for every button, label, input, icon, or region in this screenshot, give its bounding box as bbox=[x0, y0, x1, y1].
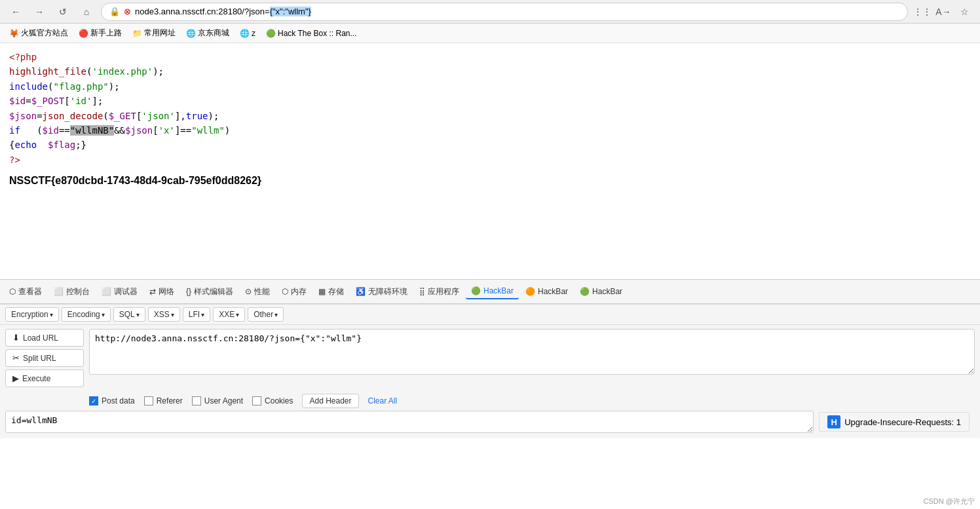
referer-checkbox[interactable] bbox=[144, 396, 153, 405]
performance-icon: ⊙ bbox=[245, 287, 252, 296]
execute-label: Execute bbox=[22, 374, 50, 383]
bookmark-htb[interactable]: 🟢 Hack The Box :: Ran... bbox=[262, 28, 361, 39]
post-data-option[interactable]: Post data bbox=[89, 396, 135, 405]
devtools-tab-accessibility[interactable]: ♿ 无障碍环境 bbox=[350, 284, 413, 300]
devtools-tab-hackbar-green2[interactable]: 🟢 HackBar bbox=[575, 284, 628, 299]
cookies-option[interactable]: Cookies bbox=[252, 396, 293, 405]
encryption-menu[interactable]: Encryption ▾ bbox=[5, 307, 59, 322]
back-button[interactable]: ← bbox=[7, 3, 25, 21]
cookies-checkbox[interactable] bbox=[252, 396, 261, 405]
other-chevron: ▾ bbox=[274, 311, 278, 318]
devtools-tab-hackbar-green[interactable]: 🟢 HackBar bbox=[466, 284, 519, 299]
devtools-tab-inspector[interactable]: ⬡ 查看器 bbox=[4, 284, 47, 300]
xss-chevron: ▾ bbox=[171, 311, 174, 318]
code-line-6: if ($id=="wllmNB"&&$json['x']=="wllm") bbox=[9, 123, 971, 138]
post-data-input[interactable]: id=wllmNB bbox=[5, 411, 814, 433]
load-url-button[interactable]: ⬇ Load URL bbox=[5, 329, 84, 347]
bookmarks-icon[interactable]: ⋮⋮ bbox=[913, 3, 932, 21]
xxe-label: XXE bbox=[219, 310, 235, 319]
encoding-menu[interactable]: Encoding ▾ bbox=[62, 307, 111, 322]
tab-label: 控制台 bbox=[66, 286, 90, 297]
lfi-label: LFI bbox=[189, 310, 200, 319]
tab-label: 样式编辑器 bbox=[194, 286, 233, 297]
refresh-button[interactable]: ↺ bbox=[54, 3, 72, 21]
add-header-button[interactable]: Add Header bbox=[302, 394, 358, 408]
flag-output: NSSCTF{e870dcbd-1743-48d4-9cab-795ef0dd8… bbox=[9, 172, 971, 189]
encoding-label: Encoding bbox=[67, 310, 100, 319]
folder-icon: 📁 bbox=[132, 29, 142, 38]
bookmark-label: Hack The Box :: Ran... bbox=[278, 29, 357, 38]
header-badge: H Upgrade-Insecure-Requests: 1 bbox=[819, 412, 970, 432]
referer-option[interactable]: Referer bbox=[144, 396, 183, 405]
bookmark-label: 常用网址 bbox=[144, 28, 176, 39]
console-icon: ⬜ bbox=[54, 287, 64, 296]
other-label: Other bbox=[254, 310, 273, 319]
bookmark-jd[interactable]: 🌐 京东商城 bbox=[182, 26, 233, 40]
hackbar-green2-icon: 🟢 bbox=[580, 287, 590, 296]
tab-label: 网络 bbox=[159, 286, 174, 297]
tab-label: 应用程序 bbox=[428, 286, 459, 297]
csdn-watermark: CSDN @许允宁 bbox=[924, 497, 975, 506]
star-icon[interactable]: ☆ bbox=[955, 3, 973, 21]
user-agent-label: User Agent bbox=[204, 396, 243, 405]
code-line-7: {echo $flag;} bbox=[9, 138, 971, 152]
address-highlight: {"x":"wllm"} bbox=[270, 7, 311, 16]
devtools-tab-performance[interactable]: ⊙ 性能 bbox=[240, 284, 275, 300]
code-line-1: <?php bbox=[9, 50, 971, 64]
code-line-8: ?> bbox=[9, 153, 971, 167]
network-icon: ⇄ bbox=[149, 287, 156, 296]
execute-icon: ▶ bbox=[12, 373, 19, 383]
split-url-button[interactable]: ✂ Split URL bbox=[5, 349, 84, 367]
htb-icon: 🟢 bbox=[266, 29, 276, 38]
split-url-icon: ✂ bbox=[12, 353, 20, 363]
forward-button[interactable]: → bbox=[30, 3, 48, 21]
xxe-menu[interactable]: XXE ▾ bbox=[213, 307, 245, 322]
tab-label: HackBar bbox=[538, 287, 568, 296]
devtools-tab-storage[interactable]: ▦ 存储 bbox=[313, 284, 349, 300]
code-line-5: $json=json_decode($_GET['json'],true); bbox=[9, 109, 971, 123]
clear-all-button[interactable]: Clear All bbox=[368, 396, 398, 405]
hackbar-menu: Encryption ▾ Encoding ▾ SQL ▾ XSS ▾ LFI … bbox=[0, 305, 980, 325]
other-menu[interactable]: Other ▾ bbox=[248, 307, 284, 322]
bookmark-beginner[interactable]: 🔴 新手上路 bbox=[75, 26, 126, 40]
hackbar-options: Post data Referer User Agent Cookies Add… bbox=[0, 391, 980, 411]
devtools-tab-console[interactable]: ⬜ 控制台 bbox=[48, 284, 95, 300]
hackbar-url-area: ⬇ Load URL ✂ Split URL ▶ Execute http://… bbox=[0, 325, 980, 391]
tab-label: HackBar bbox=[592, 287, 622, 296]
firefox-icon: 🦊 bbox=[9, 29, 19, 38]
lfi-menu[interactable]: LFI ▾ bbox=[183, 307, 210, 322]
devtools-tab-debugger[interactable]: ⬜ 调试器 bbox=[96, 284, 143, 300]
user-agent-checkbox[interactable] bbox=[192, 396, 201, 405]
post-data-checkbox[interactable] bbox=[89, 396, 98, 405]
translate-icon[interactable]: A→ bbox=[934, 3, 952, 21]
sql-label: SQL bbox=[119, 310, 135, 319]
code-line-4: $id=$_POST['id']; bbox=[9, 94, 971, 108]
devtools-tab-style-editor[interactable]: {} 样式编辑器 bbox=[181, 284, 238, 300]
user-agent-option[interactable]: User Agent bbox=[192, 396, 243, 405]
anti-tracking-icon: ⊗ bbox=[124, 7, 131, 16]
devtools-tab-network[interactable]: ⇄ 网络 bbox=[144, 284, 179, 300]
bookmark-firefox[interactable]: 🦊 火狐官方站点 bbox=[5, 26, 72, 40]
execute-button[interactable]: ▶ Execute bbox=[5, 369, 84, 387]
xss-label: XSS bbox=[154, 310, 170, 319]
bookmark-common[interactable]: 📁 常用网址 bbox=[128, 26, 179, 40]
url-input[interactable]: http://node3.anna.nssctf.cn:28180/?json=… bbox=[89, 329, 975, 375]
sql-menu[interactable]: SQL ▾ bbox=[113, 307, 145, 322]
bookmark-label: z bbox=[252, 29, 255, 38]
address-bar[interactable]: 🔒 ⊗ node3.anna.nssctf.cn:28180/?json={"x… bbox=[101, 3, 908, 21]
devtools-tab-memory[interactable]: ⬡ 内存 bbox=[276, 284, 312, 300]
header-value: Upgrade-Insecure-Requests: 1 bbox=[844, 417, 961, 427]
home-button[interactable]: ⌂ bbox=[77, 3, 96, 21]
devtools-tab-hackbar-orange[interactable]: 🟠 HackBar bbox=[520, 284, 573, 299]
xxe-chevron: ▾ bbox=[236, 311, 239, 318]
bookmark-z[interactable]: 🌐 z bbox=[236, 28, 259, 39]
load-url-icon: ⬇ bbox=[12, 333, 20, 343]
encryption-label: Encryption bbox=[11, 310, 48, 319]
xss-menu[interactable]: XSS ▾ bbox=[148, 307, 180, 322]
accessibility-icon: ♿ bbox=[356, 287, 366, 296]
cookies-label: Cookies bbox=[265, 396, 293, 405]
memory-icon: ⬡ bbox=[282, 287, 288, 296]
bookmark-label: 京东商城 bbox=[198, 28, 229, 39]
devtools-tab-application[interactable]: ⣿ 应用程序 bbox=[414, 284, 464, 300]
tab-label: HackBar bbox=[483, 286, 514, 295]
